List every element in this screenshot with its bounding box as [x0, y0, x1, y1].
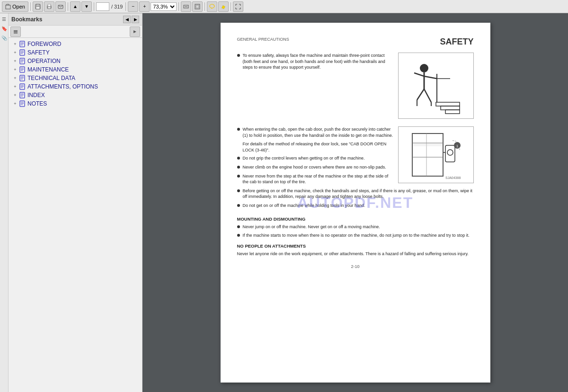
figure-door-box: 1 SJA04388 — [398, 126, 474, 183]
toggle-safety[interactable]: + — [12, 50, 18, 55]
bookmark-list: + FOREWORD + SAFETY + OPERATION + MAINTE… — [9, 38, 142, 392]
bookmark-icon-attachments — [19, 83, 26, 90]
hand-tool-icon[interactable]: ☰ — [0, 15, 8, 23]
svg-rect-5 — [48, 4, 51, 6]
bullet-5: Never move from the step at the rear of … — [237, 173, 393, 185]
no-people-section: NO PEOPLE ON ATTACHMENTS Never let anyon… — [237, 243, 474, 257]
svg-line-57 — [417, 89, 424, 100]
sidebar-item-operation[interactable]: + OPERATION — [9, 57, 142, 65]
fit-width-button[interactable] — [181, 1, 191, 12]
email-button[interactable] — [55, 1, 66, 12]
sidebar-item-index[interactable]: + INDEX — [9, 91, 142, 99]
bullet-dot-7 — [237, 204, 240, 207]
mounting-heading: MOUNTING AND DISMOUNTING — [237, 216, 474, 222]
bullet-3: Do not grip the control levers when gett… — [237, 155, 393, 161]
separator-2 — [68, 2, 68, 11]
sidebar-item-safety[interactable]: + SAFETY — [9, 48, 142, 57]
sidebar-item-foreword[interactable]: + FOREWORD — [9, 40, 142, 48]
svg-rect-6 — [48, 7, 51, 9]
sidebar-item-notes-label: NOTES — [27, 100, 47, 107]
next-page-button[interactable]: ▼ — [81, 1, 92, 12]
comment-button[interactable] — [207, 1, 217, 12]
sidebar-next-btn[interactable]: ▶ — [132, 16, 139, 23]
figure-person-box — [398, 53, 474, 119]
bullet-1: To ensure safety, always face the machin… — [237, 53, 393, 71]
sidebar-prev-btn[interactable]: ◀ — [123, 16, 131, 23]
page-header: GENERAL PRECAUTIONS SAFETY — [237, 37, 474, 47]
zoom-out-button[interactable]: − — [128, 1, 138, 12]
svg-point-66 — [447, 150, 453, 155]
page-input[interactable]: 34 — [96, 2, 109, 11]
open-button[interactable]: Open — [2, 1, 28, 12]
main-area: ☰ 🔖 📎 Bookmarks ◀ ▶ + FOREW — [0, 13, 568, 392]
separator-5 — [178, 2, 179, 11]
sidebar-item-maintenance-label: MAINTENANCE — [27, 66, 69, 73]
bullet-dot-2 — [237, 128, 240, 131]
toggle-maintenance[interactable]: + — [12, 67, 18, 72]
svg-rect-2 — [36, 4, 39, 6]
safety-title: SAFETY — [440, 37, 473, 47]
fullscreen-button[interactable] — [233, 1, 243, 12]
sidebar-item-maintenance[interactable]: + MAINTENANCE — [9, 65, 142, 74]
zoom-select[interactable]: 73,3% 50% 75% 100% 125% 150% — [151, 2, 177, 11]
toggle-index[interactable]: + — [12, 92, 18, 98]
zoom-in-button[interactable]: + — [139, 1, 150, 12]
bookmark-icon-operation — [19, 58, 26, 64]
mounting-dot-2 — [237, 234, 240, 237]
bullet-6: Before getting on or off the machine, ch… — [237, 188, 474, 200]
bullet-dot-3 — [237, 157, 240, 160]
bookmark-icon-index — [19, 92, 26, 98]
prev-page-button[interactable]: ▲ — [70, 1, 80, 12]
sidebar-item-foreword-label: FOREWORD — [27, 41, 61, 47]
bookmark-panel-icon[interactable]: 🔖 — [0, 25, 8, 32]
bullet-text-7: Do not get on or off the machine while h… — [243, 203, 365, 209]
pdf-page: AUTOPDF.NET GENERAL PRECAUTIONS SAFETY — [221, 23, 490, 383]
svg-rect-13 — [14, 30, 18, 31]
sidebar-item-attachments-label: ATTACHMENTS, OPTIONS — [27, 83, 98, 90]
three-point-section: To ensure safety, always face the machin… — [237, 53, 474, 122]
svg-line-58 — [424, 89, 431, 102]
fit-page-button[interactable] — [192, 1, 203, 12]
sidebar-item-safety-label: SAFETY — [27, 49, 50, 56]
bookmark-options-btn[interactable] — [10, 27, 21, 37]
toolbar: Open ▲ ▼ 34 / 319 − + 73,3% 50% 75% 100%… — [0, 0, 568, 13]
svg-rect-10 — [195, 4, 200, 9]
svg-rect-61 — [412, 134, 443, 176]
toggle-attachments[interactable]: + — [12, 84, 18, 89]
toggle-notes[interactable]: + — [12, 101, 18, 107]
svg-point-53 — [420, 64, 428, 72]
separator-6 — [204, 2, 205, 11]
bookmark-icon-notes — [19, 100, 26, 107]
bullet-dot-5 — [237, 175, 240, 178]
bookmark-icon-technical-data — [19, 75, 26, 81]
sidebar-item-index-label: INDEX — [27, 92, 45, 98]
no-people-text: Never let anyone ride on the work equipm… — [237, 251, 474, 257]
sidebar-item-notes[interactable]: + NOTES — [9, 99, 142, 108]
bullet-4: Never climb on the engine hood or covers… — [237, 164, 393, 170]
svg-rect-0 — [6, 5, 10, 9]
person-figure — [408, 55, 464, 116]
separator-7 — [231, 2, 231, 11]
mounting-bullet-2: If the machine starts to move when there… — [237, 232, 474, 239]
print-button[interactable] — [44, 1, 54, 12]
sidebar-item-technical-data[interactable]: + TECHNICAL DATA — [9, 74, 142, 82]
save-button[interactable] — [33, 1, 43, 12]
open-label: Open — [12, 4, 25, 9]
toggle-operation[interactable]: + — [12, 58, 18, 64]
mounting-section: MOUNTING AND DISMOUNTING Never jump on o… — [237, 216, 474, 239]
general-precautions-label: GENERAL PRECAUTIONS — [237, 37, 289, 42]
toggle-foreword[interactable]: + — [12, 41, 18, 47]
sidebar-item-attachments[interactable]: + ATTACHMENTS, OPTIONS — [9, 82, 142, 91]
bookmark-expand-btn[interactable] — [130, 27, 140, 37]
separator-1 — [30, 2, 31, 11]
open-icon — [5, 4, 11, 9]
svg-text:SJA04388: SJA04388 — [445, 176, 461, 179]
highlight-button[interactable] — [218, 1, 229, 12]
side-icon-panel: ☰ 🔖 📎 — [0, 13, 9, 392]
annotation-icon[interactable]: 📎 — [0, 34, 8, 42]
separator-4 — [125, 2, 126, 11]
svg-rect-3 — [36, 7, 40, 9]
bullet-7: Do not get on or off the machine while h… — [237, 203, 474, 209]
toggle-technical-data[interactable]: + — [12, 75, 18, 81]
bullet-text-3: Do not grip the control levers when gett… — [243, 155, 365, 161]
